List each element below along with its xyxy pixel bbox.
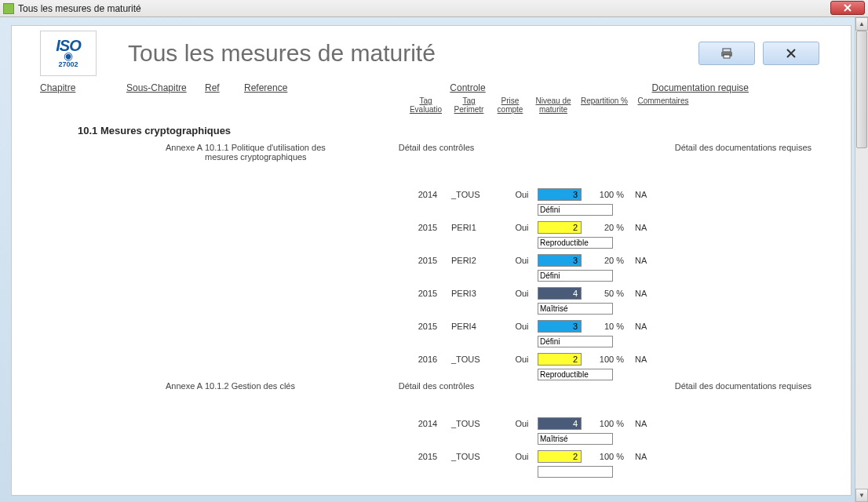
data-row: 2014_TOUSOui3100 %NA — [12, 185, 851, 204]
sub-repartition: Repartition % — [577, 96, 632, 114]
repartition-value: 10 % — [582, 322, 629, 331]
x-icon — [785, 47, 797, 60]
vertical-scrollbar[interactable]: ▲ ▼ — [855, 17, 868, 502]
maturity-level-text-row: Défini — [12, 336, 851, 348]
window-titlebar: Tous les mesures de maturité — [0, 0, 868, 17]
maturity-level-text: Reproductible — [538, 369, 613, 380]
reference-line: Annexe A10.1.2 Gestion des clésDétail de… — [12, 381, 851, 395]
page-header: ISO ◉ 27002 Tous les mesures de maturité — [12, 26, 851, 81]
maturity-level-text: Défini — [538, 204, 613, 216]
prise-compte-value: Oui — [506, 452, 538, 461]
tag-eval-value: 2015 — [404, 322, 451, 331]
logo-sub: 27002 — [58, 60, 78, 68]
content-frame: ISO ◉ 27002 Tous les mesures de maturité… — [0, 17, 868, 502]
print-button[interactable] — [698, 42, 755, 65]
repartition-value: 100 % — [582, 190, 629, 199]
maturity-level-text: Maîtrisé — [538, 433, 613, 445]
repartition-value: 100 % — [582, 355, 629, 364]
maturity-level-text: Défini — [538, 336, 613, 347]
repartition-value: 50 % — [582, 289, 629, 298]
maturity-level-box: 4 — [538, 417, 582, 430]
comment-value: NA — [629, 223, 660, 232]
maturity-level-text-row: Défini — [12, 270, 851, 282]
maturity-level-box: 2 — [538, 450, 582, 463]
data-row: 2015PERI2Oui320 %NA — [12, 251, 851, 270]
window-close-button[interactable] — [830, 1, 865, 15]
reference-name: 10.1.2 Gestion des clés — [205, 381, 354, 391]
close-icon — [844, 4, 852, 12]
data-row: 2015PERI4Oui310 %NA — [12, 317, 851, 336]
maturity-level-text-row: Défini — [12, 204, 851, 216]
comment-value: NA — [629, 452, 660, 461]
globe-icon: ◉ — [64, 53, 73, 60]
data-row: 2016_TOUSOui2100 %NA — [12, 350, 851, 369]
sub-column-headers: Tag Evaluatio Tag Perimetr Prise compte … — [12, 93, 851, 114]
page-title: Tous les mesures de maturité — [97, 40, 691, 67]
prise-compte-value: Oui — [506, 256, 538, 265]
maturity-level-box: 4 — [538, 287, 582, 300]
tag-peri-value: PERI4 — [451, 322, 506, 331]
window-title: Tous les mesures de maturité — [18, 3, 141, 14]
prise-compte-value: Oui — [506, 322, 538, 331]
col-ref: Ref — [205, 82, 244, 93]
detail-doc-label: Détail des documentations requises — [519, 143, 819, 152]
sub-tag-eval: Tag Evaluatio — [404, 96, 447, 114]
maturity-level-box: 3 — [538, 188, 582, 201]
svg-rect-0 — [723, 49, 731, 52]
tag-eval-value: 2014 — [404, 190, 451, 199]
tag-peri-value: _TOUS — [451, 452, 506, 461]
maturity-level-text-row: Reproductible — [12, 237, 851, 249]
prise-compte-value: Oui — [506, 355, 538, 364]
sub-tag-peri: Tag Perimetr — [447, 96, 491, 114]
sub-niveau: Niveau de maturite — [530, 96, 577, 114]
column-headers: Chapitre Sous-Chapitre Ref Reference Con… — [12, 81, 851, 93]
scroll-track[interactable] — [855, 31, 868, 489]
detail-controles-label: Détail des contrôles — [354, 143, 519, 152]
data-row: 2014_TOUSOui4100 %NA — [12, 414, 851, 433]
tag-eval-value: 2015 — [404, 452, 451, 461]
svg-rect-2 — [724, 55, 730, 58]
print-icon — [720, 47, 733, 60]
tag-peri-value: _TOUS — [451, 419, 506, 428]
scroll-down-button[interactable]: ▼ — [855, 489, 868, 502]
data-row: 2015_TOUSOui2100 %NA — [12, 447, 851, 466]
section-title: 10.1 Mesures cryptographiques — [12, 114, 851, 143]
maturity-level-text: Maîtrisé — [538, 303, 613, 315]
tag-peri-value: _TOUS — [451, 190, 506, 199]
repartition-value: 100 % — [582, 419, 629, 428]
maturity-level-text — [538, 466, 613, 478]
annexe-label: Annexe A — [40, 143, 205, 152]
col-sous-chapitre: Sous-Chapitre — [126, 82, 205, 93]
detail-doc-label: Détail des documentations requises — [519, 381, 819, 391]
col-reference: Reference — [244, 82, 409, 93]
maturity-level-box: 2 — [538, 353, 582, 366]
maturity-level-text-row: Maîtrisé — [12, 303, 851, 315]
iso-logo: ISO ◉ 27002 — [40, 31, 97, 76]
repartition-value: 20 % — [582, 256, 629, 265]
tag-eval-value: 2015 — [404, 256, 451, 265]
col-controle: Controle — [409, 82, 527, 93]
references-container: Annexe A10.1.1 Politique d'utilisation d… — [12, 143, 851, 478]
comment-value: NA — [629, 289, 660, 298]
comment-value: NA — [629, 322, 660, 331]
maturity-level-text: Défini — [538, 270, 613, 282]
comment-value: NA — [629, 419, 660, 428]
prise-compte-value: Oui — [506, 223, 538, 232]
reference-name: 10.1.1 Politique d'utilisation des mesur… — [205, 143, 354, 162]
report-page: ISO ◉ 27002 Tous les mesures de maturité… — [11, 25, 852, 496]
reference-line: Annexe A10.1.1 Politique d'utilisation d… — [12, 143, 851, 166]
maturity-level-text-row: Reproductible — [12, 369, 851, 381]
close-page-button[interactable] — [763, 42, 819, 65]
maturity-level-box: 3 — [538, 254, 582, 267]
sub-prise: Prise compte — [491, 96, 530, 114]
repartition-value: 20 % — [582, 223, 629, 232]
scroll-thumb[interactable] — [856, 31, 867, 148]
prise-compte-value: Oui — [506, 190, 538, 199]
maturity-level-text: Reproductible — [538, 237, 613, 249]
prise-compte-value: Oui — [506, 419, 538, 428]
scroll-up-button[interactable]: ▲ — [855, 17, 868, 31]
tag-eval-value: 2014 — [404, 419, 451, 428]
tag-peri-value: _TOUS — [451, 355, 506, 364]
tag-peri-value: PERI3 — [451, 289, 506, 298]
repartition-value: 100 % — [582, 452, 629, 461]
